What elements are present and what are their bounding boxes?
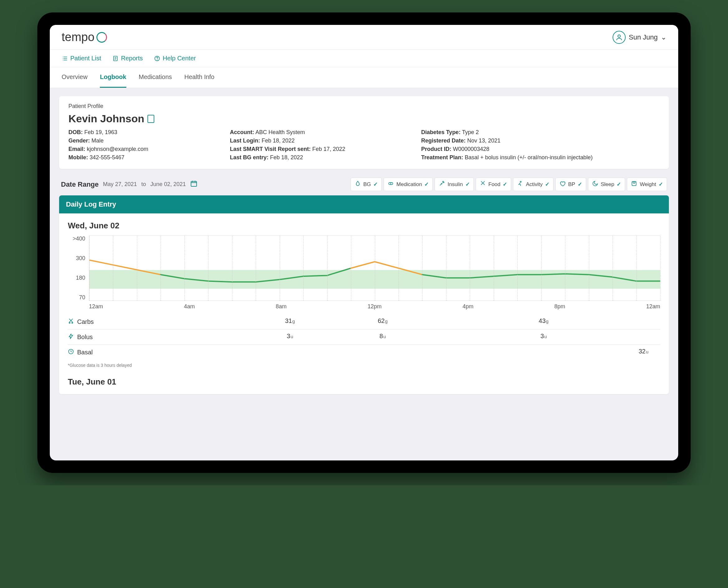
filter-sleep[interactable]: Sleep✓ — [588, 177, 625, 191]
gridline — [541, 236, 542, 300]
range-filter-bar: Date Range May 27, 2021 to June 02, 2021… — [59, 177, 669, 195]
bolt-icon — [68, 333, 74, 341]
tab-overview[interactable]: Overview — [62, 67, 87, 88]
x-tick: 8pm — [555, 303, 565, 310]
sub-tabs: Overview Logbook Medications Health Info — [50, 67, 678, 88]
gridline — [565, 236, 565, 300]
user-menu[interactable]: Sun Jung ⌄ — [612, 31, 666, 44]
filter-label: Sleep — [601, 181, 614, 188]
svg-point-22 — [72, 322, 73, 323]
date-to: June 02, 2021 — [150, 181, 186, 188]
field-product-id: Product ID: W0000003428 — [421, 146, 660, 152]
row-label: Basal — [77, 349, 93, 356]
date-to-word: to — [141, 181, 146, 188]
plot-area — [89, 235, 660, 301]
daily-log-header: Daily Log Entry — [59, 195, 669, 213]
field-account: Account: ABC Health System — [230, 129, 409, 135]
check-icon: ✓ — [578, 181, 582, 188]
x-tick: 8am — [276, 303, 287, 310]
y-tick: 70 — [68, 294, 85, 301]
value-cell: 43g — [539, 317, 549, 324]
x-axis-labels: 12am4am8am12pm4pm8pm12am — [89, 303, 660, 310]
gridline — [113, 236, 113, 300]
tablet-frame: tempo Sun Jung ⌄ Patient List Reports He… — [37, 13, 691, 473]
filter-bp[interactable]: BP✓ — [555, 177, 586, 191]
check-icon: ✓ — [659, 181, 663, 188]
filter-food[interactable]: Food✓ — [476, 177, 512, 191]
gridline — [422, 236, 422, 300]
calendar-icon[interactable] — [190, 180, 197, 189]
check-icon: ✓ — [545, 181, 549, 188]
svg-rect-13 — [191, 181, 196, 186]
bolus-values: 3u8u3u — [105, 333, 660, 341]
app-screen: tempo Sun Jung ⌄ Patient List Reports He… — [50, 25, 678, 460]
row-label: Bolus — [77, 334, 93, 341]
tab-logbook[interactable]: Logbook — [100, 67, 126, 88]
profile-col-1: DOB: Feb 19, 1963 Gender: Male Email: kj… — [68, 129, 217, 161]
food-icon — [68, 318, 74, 326]
gridline — [185, 236, 185, 300]
filter-chips: BG✓Medication✓Insulin✓Food✓Activity✓BP✓S… — [351, 177, 667, 191]
medication-icon — [388, 181, 394, 188]
field-diabetes-type: Diabetes Type: Type 2 — [421, 129, 660, 135]
day-title-prev: Tue, June 01 — [68, 377, 660, 387]
x-tick: 4am — [184, 303, 195, 310]
date-from: May 27, 2021 — [103, 181, 137, 188]
filter-medication[interactable]: Medication✓ — [383, 177, 433, 191]
tab-medications[interactable]: Medications — [139, 67, 172, 88]
y-axis-labels: >40030018070 — [68, 235, 85, 301]
content-area: Patient Profile Kevin Johnson DOB: Feb 1… — [50, 88, 678, 402]
filter-activity[interactable]: Activity✓ — [513, 177, 554, 191]
food-icon — [480, 181, 486, 188]
brand-logo: tempo — [62, 30, 107, 44]
nav-patient-list[interactable]: Patient List — [62, 55, 101, 62]
check-icon: ✓ — [465, 181, 470, 188]
filter-insulin[interactable]: Insulin✓ — [435, 177, 474, 191]
value-cell: 8u — [379, 333, 386, 340]
nav-reports[interactable]: Reports — [112, 55, 143, 62]
check-icon: ✓ — [424, 181, 429, 188]
date-range: Date Range May 27, 2021 to June 02, 2021 — [61, 180, 197, 189]
activity-icon — [517, 181, 523, 188]
filter-label: Medication — [396, 181, 422, 188]
gridline — [589, 236, 589, 300]
user-avatar-icon — [612, 31, 626, 44]
profile-grid: DOB: Feb 19, 1963 Gender: Male Email: kj… — [68, 129, 660, 161]
y-tick: 180 — [68, 275, 85, 281]
x-tick: 12pm — [368, 303, 381, 310]
field-dob: DOB: Feb 19, 1963 — [68, 129, 217, 135]
filter-label: BG — [363, 181, 371, 188]
gridline — [446, 236, 446, 300]
basal-values: 32u — [105, 348, 660, 357]
nav-label: Reports — [121, 55, 143, 62]
profile-col-2: Account: ABC Health System Last Login: F… — [230, 129, 409, 161]
y-tick: 300 — [68, 255, 85, 261]
patient-profile-card: Patient Profile Kevin Johnson DOB: Feb 1… — [59, 96, 669, 169]
svg-point-19 — [520, 181, 521, 182]
main-nav: Patient List Reports Help Center — [50, 50, 678, 67]
nav-label: Help Center — [163, 55, 196, 62]
profile-col-3: Diabetes Type: Type 2 Registered Date: N… — [421, 129, 660, 161]
filter-weight[interactable]: Weight✓ — [627, 177, 667, 191]
filter-label: BP — [568, 181, 575, 188]
value-cell: 3u — [540, 333, 547, 340]
check-icon: ✓ — [503, 181, 507, 188]
gridline — [303, 236, 304, 300]
field-treatment-plan: Treatment Plan: Basal + bolus insulin (+… — [421, 154, 660, 161]
filter-bg[interactable]: BG✓ — [351, 177, 382, 191]
tab-health-info[interactable]: Health Info — [185, 67, 215, 88]
field-mobile: Mobile: 342-555-5467 — [68, 154, 217, 161]
carbs-values: 31g62g43g — [105, 317, 660, 326]
filter-label: Food — [488, 181, 501, 188]
gridline — [161, 236, 161, 300]
gridline — [256, 236, 256, 300]
nav-help-center[interactable]: Help Center — [154, 55, 196, 62]
gridline — [612, 236, 613, 300]
brand-text: tempo — [62, 30, 95, 44]
weight-icon — [631, 181, 637, 188]
user-name: Sun Jung — [629, 33, 658, 41]
date-range-label: Date Range — [61, 181, 99, 189]
value-cell: 62g — [378, 317, 388, 324]
note-icon[interactable] — [147, 115, 154, 123]
top-bar: tempo Sun Jung ⌄ — [50, 25, 678, 50]
